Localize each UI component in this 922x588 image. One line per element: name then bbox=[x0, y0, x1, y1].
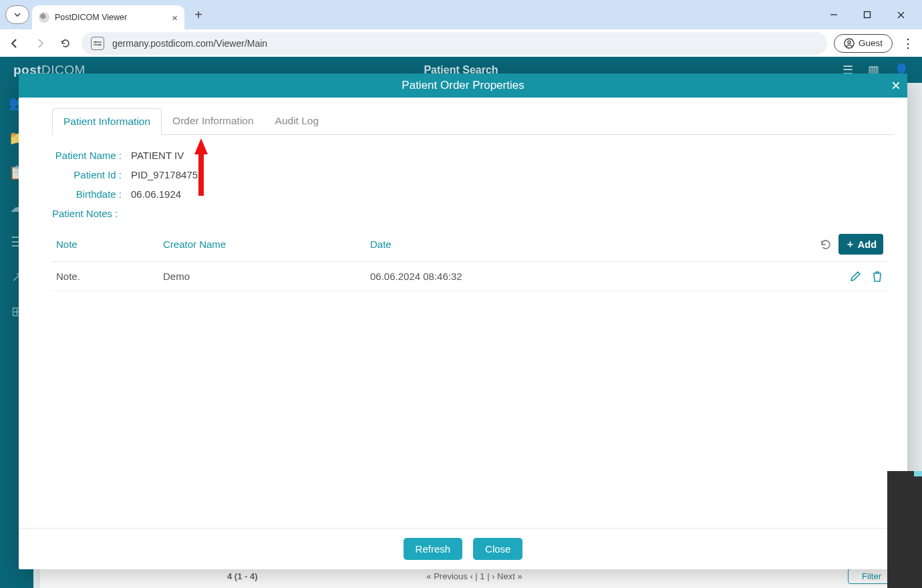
svg-point-2 bbox=[94, 41, 96, 43]
new-tab-button[interactable]: + bbox=[188, 5, 208, 25]
browser-chrome: PostDICOM Viewer × + bbox=[0, 0, 922, 57]
tab-dropdown[interactable] bbox=[5, 5, 29, 24]
pagination[interactable]: « Previous ‹ | 1 | › Next » bbox=[426, 571, 522, 581]
tab-order-information[interactable]: Order Information bbox=[162, 108, 264, 134]
reload-icon bbox=[59, 37, 71, 49]
refresh-button[interactable]: Refresh bbox=[404, 538, 463, 560]
edit-note-icon[interactable] bbox=[849, 270, 862, 283]
window-close-button[interactable] bbox=[891, 5, 910, 24]
close-button[interactable]: Close bbox=[473, 538, 522, 560]
external-window-sliver bbox=[887, 471, 922, 588]
label-patient-name: Patient Name : bbox=[52, 150, 126, 161]
col-creator: Creator Name bbox=[163, 239, 370, 250]
label-patient-id: Patient Id : bbox=[52, 169, 126, 180]
modal-header: Patient Order Properties × bbox=[19, 74, 907, 98]
modal-footer: Refresh Close bbox=[19, 528, 907, 569]
value-birthdate: 06.06.1924 bbox=[126, 188, 181, 200]
arrow-right-icon bbox=[34, 37, 46, 49]
svg-point-5 bbox=[848, 41, 851, 43]
guest-label: Guest bbox=[859, 38, 883, 48]
close-icon bbox=[897, 11, 905, 19]
tab-title: PostDICOM Viewer bbox=[55, 13, 127, 22]
cell-note: Note. bbox=[56, 271, 163, 282]
label-birthdate: Birthdate : bbox=[52, 188, 126, 200]
table-row: Note. Demo 06.06.2024 08:46:32 bbox=[52, 262, 887, 291]
label-patient-notes: Patient Notes : bbox=[52, 208, 894, 219]
modal-body: Patient Information Order Information Au… bbox=[19, 98, 907, 528]
value-patient-id: PID_97178475 bbox=[126, 169, 198, 180]
favicon-icon bbox=[39, 12, 49, 23]
delete-note-icon[interactable] bbox=[871, 270, 883, 283]
result-count: 4 (1 - 4) bbox=[227, 571, 258, 581]
nav-reload-button[interactable] bbox=[56, 34, 75, 53]
value-patient-name: PATIENT IV bbox=[126, 150, 184, 161]
window-minimize-button[interactable] bbox=[824, 5, 843, 24]
cell-creator: Demo bbox=[163, 271, 370, 282]
tab-close-icon[interactable]: × bbox=[172, 12, 178, 23]
modal-title: Patient Order Properties bbox=[402, 79, 524, 92]
nav-back-button[interactable] bbox=[5, 34, 24, 53]
notes-header-row: Note Creator Name Date ＋ Add bbox=[52, 227, 887, 262]
url-text: germany.postdicom.com/Viewer/Main bbox=[112, 38, 267, 49]
col-date: Date bbox=[370, 239, 818, 250]
svg-rect-1 bbox=[865, 12, 871, 18]
browser-menu-button[interactable]: ⋮ bbox=[899, 36, 917, 51]
chevron-down-icon bbox=[13, 11, 21, 19]
profile-guest-button[interactable]: Guest bbox=[834, 34, 893, 53]
modal-tabs: Patient Information Order Information Au… bbox=[52, 108, 894, 135]
svg-point-3 bbox=[98, 43, 100, 45]
minimize-icon bbox=[830, 11, 838, 19]
notes-table: Note Creator Name Date ＋ Add Note. Demo … bbox=[52, 227, 887, 291]
arrow-left-icon bbox=[9, 37, 21, 49]
site-settings-icon[interactable] bbox=[91, 37, 104, 50]
refresh-notes-icon[interactable] bbox=[818, 237, 833, 252]
add-note-button[interactable]: ＋ Add bbox=[838, 234, 883, 255]
window-maximize-button[interactable] bbox=[858, 5, 877, 24]
modal-patient-order-properties: Patient Order Properties × Patient Infor… bbox=[19, 74, 907, 569]
add-label: Add bbox=[858, 239, 877, 250]
cell-date: 06.06.2024 08:46:32 bbox=[370, 271, 849, 282]
browser-tab[interactable]: PostDICOM Viewer × bbox=[32, 5, 184, 29]
user-circle-icon bbox=[844, 38, 855, 49]
url-bar[interactable]: germany.postdicom.com/Viewer/Main bbox=[82, 32, 827, 55]
tab-patient-information[interactable]: Patient Information bbox=[52, 108, 162, 135]
plus-icon: ＋ bbox=[845, 238, 855, 251]
patient-info-form: Patient Name : PATIENT IV Patient Id : P… bbox=[52, 150, 894, 219]
modal-close-button[interactable]: × bbox=[891, 76, 901, 95]
maximize-icon bbox=[863, 11, 871, 19]
nav-forward-button[interactable] bbox=[31, 34, 49, 53]
col-note: Note bbox=[56, 239, 163, 250]
tab-audit-log[interactable]: Audit Log bbox=[265, 108, 330, 134]
